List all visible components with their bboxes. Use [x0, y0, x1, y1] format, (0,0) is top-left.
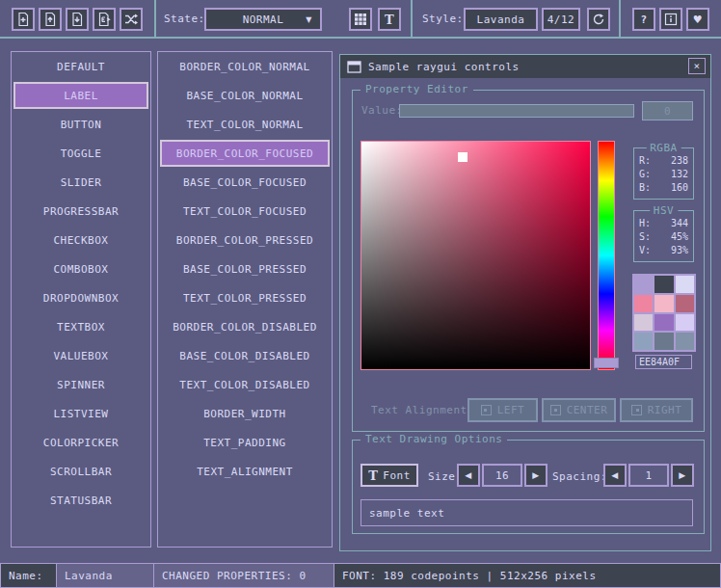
- text-alignment-label: Text Alignment:: [371, 404, 474, 416]
- hex-color-input[interactable]: EE84A0F: [635, 355, 692, 369]
- list-item-text_color_focused[interactable]: TEXT_COLOR_FOCUSED: [158, 197, 332, 226]
- palette-swatch[interactable]: [654, 333, 673, 350]
- list-item-progressbar[interactable]: PROGRESSBAR: [12, 197, 150, 226]
- palette-swatch[interactable]: [634, 276, 653, 293]
- window-title: Sample raygui controls: [368, 61, 520, 73]
- palette-swatch[interactable]: [634, 314, 653, 332]
- palette-swatch[interactable]: [654, 314, 673, 332]
- list-item-checkbox[interactable]: CHECKBOX: [12, 226, 150, 254]
- size-decrease-button[interactable]: ◀: [457, 464, 480, 487]
- palette-swatch[interactable]: [676, 314, 694, 332]
- palette-swatch[interactable]: [654, 295, 673, 312]
- list-item-border_width[interactable]: BORDER_WIDTH: [158, 399, 332, 428]
- align-left-button[interactable]: LEFT: [467, 398, 538, 422]
- list-item-label[interactable]: LABEL: [13, 82, 148, 109]
- align-center-button[interactable]: CENTER: [542, 398, 616, 422]
- font-mode-button[interactable]: T: [378, 8, 401, 31]
- list-item-button[interactable]: BUTTON: [12, 110, 150, 139]
- list-item-base_color_focused[interactable]: BASE_COLOR_FOCUSED: [158, 168, 332, 197]
- list-item-base_color_disabled[interactable]: BASE_COLOR_DISABLED: [158, 341, 332, 370]
- right-arrow-icon: ▶: [679, 470, 685, 480]
- align-right-button[interactable]: RIGHT: [620, 398, 693, 422]
- rgba-row-b: B: 160: [639, 181, 688, 195]
- about-button[interactable]: [659, 8, 682, 31]
- style-name-box[interactable]: Lavanda: [464, 8, 538, 31]
- list-item-text_color_disabled[interactable]: TEXT_COLOR_DISABLED: [158, 370, 332, 399]
- palette-swatch[interactable]: [634, 295, 653, 312]
- spacing-increase-button[interactable]: ▶: [671, 464, 694, 487]
- name-label: Name:: [9, 570, 43, 582]
- list-item-textbox[interactable]: TEXTBOX: [12, 312, 150, 341]
- style-name-status: Lavanda: [65, 570, 113, 582]
- list-item-statusbar[interactable]: STATUSBAR: [12, 486, 150, 515]
- export-style-button[interactable]: [93, 8, 116, 31]
- save-style-button[interactable]: [66, 8, 89, 31]
- rgba-row-r: R: 238: [639, 154, 688, 168]
- list-item-text_color_pressed[interactable]: TEXT_COLOR_PRESSED: [158, 283, 332, 312]
- list-item-slider[interactable]: SLIDER: [12, 168, 150, 197]
- list-item-spinner[interactable]: SPINNER: [12, 370, 150, 399]
- palette-swatch[interactable]: [676, 276, 694, 293]
- list-item-toggle[interactable]: TOGGLE: [12, 139, 150, 168]
- style-name-cell[interactable]: Lavanda: [56, 563, 154, 588]
- list-item-default[interactable]: DEFAULT: [12, 52, 150, 81]
- v-label: V:: [639, 244, 651, 257]
- close-icon: ×: [693, 60, 700, 72]
- palette-swatch[interactable]: [654, 276, 673, 293]
- window-icon: [347, 61, 361, 73]
- hue-bar[interactable]: [598, 141, 615, 370]
- r-value: 238: [671, 154, 688, 168]
- align-center-icon: [550, 405, 561, 415]
- list-item-base_color_pressed[interactable]: BASE_COLOR_PRESSED: [158, 254, 332, 283]
- new-file-icon: [15, 12, 31, 27]
- list-item-dropdownbox[interactable]: DROPDOWNBOX: [12, 283, 150, 312]
- style-label: Style:: [422, 0, 464, 37]
- palette-swatch[interactable]: [676, 295, 694, 312]
- list-item-listview[interactable]: LISTVIEW: [12, 399, 150, 428]
- close-button[interactable]: ×: [688, 58, 706, 74]
- spacing-value-box[interactable]: 1: [628, 464, 669, 487]
- state-dropdown[interactable]: NORMAL ▼: [204, 8, 322, 31]
- list-item-border_color_normal[interactable]: BORDER_COLOR_NORMAL: [158, 52, 332, 81]
- list-item-combobox[interactable]: COMBOBOX: [12, 254, 150, 283]
- list-item-text_color_normal[interactable]: TEXT_COLOR_NORMAL: [158, 110, 332, 139]
- hsv-row-s: S: 45%: [639, 230, 688, 244]
- list-item-text_alignment[interactable]: TEXT_ALIGNMENT: [158, 457, 332, 486]
- left-arrow-icon: ◀: [611, 470, 618, 480]
- list-item-base_color_normal[interactable]: BASE_COLOR_NORMAL: [158, 81, 332, 110]
- palette-swatch[interactable]: [676, 333, 694, 350]
- random-style-button[interactable]: [120, 8, 143, 31]
- list-item-scrollbar[interactable]: SCROLLBAR: [12, 457, 150, 486]
- list-item-border_color_pressed[interactable]: BORDER_COLOR_PRESSED: [158, 226, 332, 254]
- hue-slider-handle[interactable]: [594, 358, 619, 368]
- list-item-border_color_disabled[interactable]: BORDER_COLOR_DISABLED: [158, 312, 332, 341]
- size-increase-button[interactable]: ▶: [524, 464, 547, 487]
- size-value-box[interactable]: 16: [482, 464, 522, 487]
- font-button-label: Font: [383, 469, 411, 482]
- align-left-icon: [481, 405, 492, 415]
- sample-text-input[interactable]: sample text: [360, 499, 693, 526]
- value-slider[interactable]: [399, 104, 634, 118]
- color-picker-panel[interactable]: [360, 141, 591, 370]
- help-button[interactable]: ?: [632, 8, 655, 31]
- font-button[interactable]: T Font: [360, 464, 418, 487]
- font-info-text: FONT: 189 codepoints | 512x256 pixels: [342, 570, 597, 582]
- sponsor-button[interactable]: ♥: [686, 8, 709, 31]
- list-item-border_color_focused[interactable]: BORDER_COLOR_FOCUSED: [160, 140, 330, 167]
- load-style-button[interactable]: [39, 8, 62, 31]
- palette-swatch[interactable]: [634, 333, 653, 350]
- grid-view-button[interactable]: [349, 8, 372, 31]
- size-value: 16: [495, 469, 509, 482]
- list-item-valuebox[interactable]: VALUEBOX: [12, 341, 150, 370]
- value-spinner[interactable]: 0: [642, 101, 693, 120]
- new-style-button[interactable]: [12, 8, 35, 31]
- color-picker-cursor[interactable]: [458, 152, 467, 162]
- controls-listview: DEFAULTLABELBUTTONTOGGLESLIDERPROGRESSBA…: [11, 51, 151, 548]
- spacing-label: Spacing:: [552, 470, 607, 483]
- sample-text-value: sample text: [369, 507, 444, 520]
- spacing-decrease-button[interactable]: ◀: [603, 464, 627, 487]
- list-item-colorpicker[interactable]: COLORPICKER: [12, 428, 150, 457]
- list-item-text_padding[interactable]: TEXT_PADDING: [158, 428, 332, 457]
- reload-style-button[interactable]: [587, 8, 610, 31]
- window-titlebar[interactable]: Sample raygui controls ×: [340, 55, 710, 78]
